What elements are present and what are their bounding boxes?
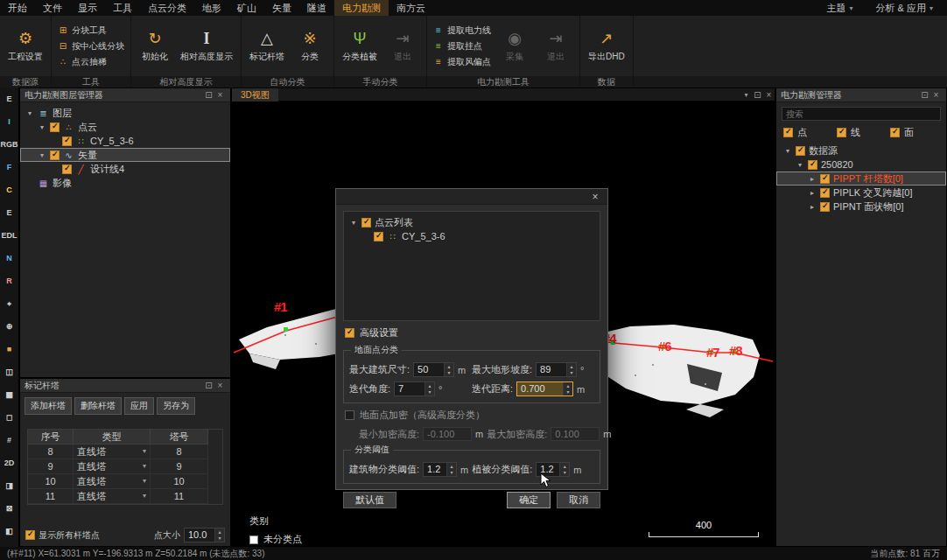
select-box-icon[interactable]: ■ [0,338,18,360]
stepper-arrows-icon[interactable] [559,463,569,476]
float-icon[interactable]: ⊡ [203,88,214,102]
menu-tools[interactable]: 工具 [105,0,140,16]
initialize-button[interactable]: ↻ 初始化 [136,28,174,65]
manual-exit-button[interactable]: ⇥ 退出 [383,28,422,65]
type-combobox[interactable]: 直线塔 [74,444,151,459]
stepper-arrows-icon[interactable] [214,528,224,542]
clip-icon[interactable]: ⊠ [0,497,18,520]
intensity-icon[interactable]: I [0,110,18,133]
classification-icon[interactable]: C [0,178,18,201]
pan-icon[interactable]: ⊕ [0,315,18,338]
table-row[interactable]: 9 直线塔 9 [28,459,222,474]
iteration-distance-stepper[interactable]: 0.700 [516,382,573,396]
search-input[interactable] [782,107,941,121]
filter-point[interactable]: 点 [783,126,831,139]
classify-vegetation-button[interactable]: Ψ 分类植被 [339,28,381,65]
apply-button[interactable]: 应用 [124,397,154,415]
menu-start[interactable]: 开始 [0,0,35,16]
extract-windsway-button[interactable]: ≡ 提取风偏点 [433,56,491,68]
line-filter-checkbox[interactable] [837,128,846,137]
analysis-app-menu[interactable]: 分析 & 应用 [867,2,947,15]
extract-hangpoint-button[interactable]: ≡ 提取挂点 [433,40,491,52]
2d-view-icon[interactable]: 2D [0,452,18,474]
manager-node-towers[interactable]: PIPPT 杆塔数[0] [776,172,946,186]
table-row[interactable]: 11 直线塔 11 [28,489,222,504]
dialog-cy536-checkbox[interactable] [374,232,383,242]
towers-checkbox[interactable] [820,174,830,184]
section-icon[interactable]: ◨ [0,474,18,497]
expand-icon[interactable] [783,147,792,155]
menu-terrain[interactable]: 地形 [194,0,229,16]
pointcloud-list-checkbox[interactable] [361,218,371,228]
layer-node-pointcloud[interactable]: ∴ 点云 [20,120,230,134]
edl-icon[interactable]: EDL [0,224,18,247]
crossings-checkbox[interactable] [820,188,830,198]
point-filter-checkbox[interactable] [783,128,793,137]
centerline-block-button[interactable]: ⊟ 按中心线分块 [58,40,124,52]
relative-height-button[interactable]: I 相对高度显示 [177,28,236,65]
normals-icon[interactable]: N [0,247,18,270]
split-view-icon[interactable]: ◫ [0,360,18,383]
table-row[interactable]: 10 直线塔 10 [28,474,222,489]
filter-icon[interactable]: F [0,156,18,178]
polygon-filter-checkbox[interactable] [890,128,900,137]
expand-icon[interactable] [808,189,817,197]
expand-icon[interactable] [25,109,34,117]
stepper-arrows-icon[interactable] [446,463,456,476]
densify-ground-checkbox[interactable] [345,410,354,420]
returns-icon[interactable]: R [0,270,18,292]
max-slope-stepper[interactable]: 89 [536,362,577,377]
theme-menu[interactable]: 主题 [818,2,867,15]
crosshair-icon[interactable]: ⌖ [0,292,18,315]
mark-tower-button[interactable]: △ 标记杆塔 [246,28,288,65]
expand-icon[interactable] [38,151,46,159]
max-densify-input[interactable]: 0.100 [551,427,600,441]
expand-icon[interactable] [808,203,817,211]
default-values-button[interactable]: 默认值 [343,492,396,508]
filter-polygon[interactable]: 面 [890,126,938,139]
profile-icon[interactable]: # [0,429,18,452]
layer-node-designline[interactable]: ╱ 设计线4 [20,162,230,176]
show-all-towers-checkbox[interactable] [25,530,35,540]
close-icon[interactable]: × [214,88,226,102]
manager-node-crossings[interactable]: PIPLK 交叉跨越[0] [776,186,946,200]
layer-node-cy536[interactable]: ∷ CY_5_3-6 [20,134,230,148]
grid-icon[interactable]: ▦ [0,383,18,406]
collect-button[interactable]: ◉ 采集 [495,28,534,65]
chevron-down-icon[interactable]: ▾ [740,88,752,102]
point-size-stepper[interactable]: 10.0 [184,528,225,542]
expand-icon[interactable] [349,219,358,227]
menu-south-cloud[interactable]: 南方云 [389,0,433,16]
cancel-button[interactable]: 取消 [557,492,600,508]
dataset-checkbox[interactable] [808,160,817,170]
delete-tower-button[interactable]: 删除杆塔 [74,397,122,415]
float-icon[interactable]: ⊡ [203,379,214,392]
export-dhd-button[interactable]: ↗ 导出DHD [585,28,628,65]
menu-tunnel[interactable]: 隧道 [299,0,334,16]
manager-node-dataset[interactable]: 250820 [776,158,946,172]
dialog-node-pointcloud-list[interactable]: 点云列表 [344,215,600,229]
table-row[interactable]: 8 直线塔 8 [28,444,222,459]
stepper-arrows-icon[interactable] [563,382,572,396]
vector-checkbox[interactable] [50,150,60,160]
block-tool-button[interactable]: ⊞ 分块工具 [58,24,124,37]
datasource-checkbox[interactable] [796,146,805,156]
menu-file[interactable]: 文件 [35,0,70,16]
tab-3d-view[interactable]: 3D视图 [232,88,278,102]
elevation-icon[interactable]: E [0,88,18,110]
ok-button[interactable]: 确定 [507,492,551,508]
building-threshold-stepper[interactable]: 1.2 [423,462,457,477]
add-tower-button[interactable]: 添加杆塔 [25,397,72,415]
float-icon[interactable]: ⊡ [752,88,763,102]
filter-line[interactable]: 线 [837,126,885,139]
manager-node-areas[interactable]: PIPNT 面状物[0] [776,200,946,214]
close-icon[interactable]: × [763,88,775,102]
dialog-node-cy536[interactable]: ∷ CY_5_3-6 [344,229,600,243]
elevation-blend-icon[interactable]: E [0,201,18,224]
stepper-arrows-icon[interactable] [424,382,434,396]
layer-node-root[interactable]: ≣ 图层 [20,106,230,120]
type-combobox[interactable]: 直线塔 [74,459,151,474]
expand-icon[interactable] [808,175,817,183]
type-combobox[interactable]: 直线塔 [74,489,151,504]
menu-display[interactable]: 显示 [70,0,105,16]
